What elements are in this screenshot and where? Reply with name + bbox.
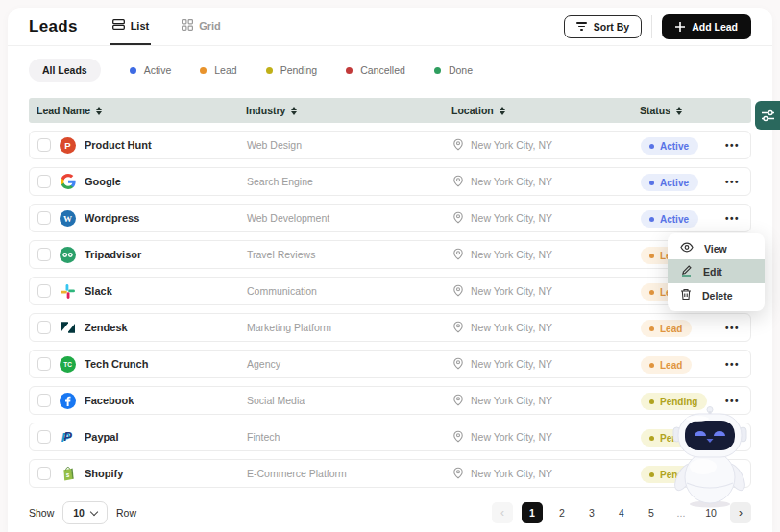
location-pin-icon: [452, 394, 464, 408]
status-dot: [649, 363, 654, 368]
zendesk-logo: [60, 320, 76, 336]
industry-cell: Social Media: [239, 395, 445, 406]
column-header-industry[interactable]: Industry: [238, 105, 444, 116]
lead-name-cell: sShopify: [30, 466, 239, 482]
page-title: Leads: [29, 17, 78, 36]
location-cell: New York City, NY: [445, 211, 633, 226]
location-pin-icon: [452, 138, 464, 153]
table-filter-button[interactable]: [755, 101, 780, 130]
menu-item-delete[interactable]: Delete: [668, 283, 765, 307]
lead-name: Facebook: [85, 395, 134, 406]
status-cell: Active: [633, 208, 725, 229]
tab-grid[interactable]: Grid: [180, 8, 223, 45]
status-cell: Lead: [633, 354, 725, 375]
row-actions-button[interactable]: •••: [725, 396, 751, 406]
lead-name-cell: Google: [30, 174, 239, 190]
row-actions-button[interactable]: •••: [725, 140, 751, 151]
page-1[interactable]: 1: [522, 502, 543, 523]
status-dot: [649, 217, 654, 222]
column-header-lead-name[interactable]: Lead Name: [29, 105, 238, 116]
tab-list[interactable]: List: [110, 8, 152, 45]
leads-panel: Leads ListGrid Sort By Add Lead All Lead…: [8, 8, 772, 532]
page-3[interactable]: 3: [581, 502, 602, 523]
filter-done[interactable]: Done: [434, 64, 473, 76]
lead-name: Wordpress: [85, 212, 139, 224]
page-4[interactable]: 4: [611, 502, 632, 523]
page-header: Leads ListGrid Sort By Add Lead: [8, 8, 772, 46]
sort-icon: [676, 107, 682, 115]
svg-text:P: P: [64, 140, 71, 151]
row-checkbox[interactable]: [37, 430, 51, 444]
header-divider: [651, 15, 652, 38]
row-actions-button[interactable]: •••: [725, 359, 751, 370]
location-pin-icon: [452, 211, 464, 226]
table-body: PProduct HuntWeb DesignNew York City, NY…: [29, 131, 751, 488]
industry-cell: Web Design: [239, 139, 445, 151]
status-cell: Active: [633, 135, 725, 156]
status-dot: [130, 67, 136, 74]
row-checkbox[interactable]: [37, 175, 51, 188]
row-checkbox[interactable]: [37, 321, 51, 334]
row-actions-button[interactable]: •••: [725, 323, 751, 333]
status-badge: Active: [641, 210, 698, 228]
page-10[interactable]: 10: [700, 502, 721, 523]
sort-funnel-icon: [576, 22, 587, 31]
lead-name-cell: PProduct Hunt: [30, 137, 239, 154]
show-label: Show: [29, 507, 54, 519]
filter-all-leads[interactable]: All Leads: [29, 59, 101, 82]
lead-name: Zendesk: [85, 322, 128, 333]
grid-icon: [182, 19, 193, 33]
industry-cell: E-Commerce Platform: [239, 468, 445, 479]
filter-lead[interactable]: Lead: [200, 64, 236, 76]
row-actions-button[interactable]: •••: [725, 432, 751, 443]
eye-icon: [680, 242, 694, 254]
row-checkbox[interactable]: [37, 211, 51, 225]
filter-pending[interactable]: Pending: [266, 64, 318, 76]
row-checkbox[interactable]: [37, 467, 51, 480]
status-dot: [346, 67, 353, 74]
row-actions-button[interactable]: •••: [725, 213, 751, 224]
prev-page-button[interactable]: ‹: [492, 502, 513, 523]
add-lead-button[interactable]: Add Lead: [662, 14, 751, 39]
location-pin-icon: [452, 430, 464, 445]
sliders-icon: [761, 109, 775, 122]
row-actions-button[interactable]: •••: [725, 469, 751, 479]
location-cell: New York City, NY: [445, 394, 633, 408]
location-cell: New York City, NY: [445, 357, 633, 372]
page-5[interactable]: 5: [641, 502, 662, 523]
industry-cell: Agency: [239, 358, 445, 370]
menu-item-view[interactable]: View: [668, 237, 765, 259]
status-cell: Active: [633, 172, 725, 192]
table-row: PProduct HuntWeb DesignNew York City, NY…: [29, 131, 751, 159]
status-dot: [649, 326, 654, 331]
row-checkbox[interactable]: [37, 284, 51, 298]
status-badge: Pending: [641, 429, 707, 447]
rows-per-page-select[interactable]: 10: [62, 501, 108, 524]
status-badge: Active: [641, 137, 698, 155]
lead-name-cell: PPPaypal: [30, 429, 239, 446]
row-context-menu: ViewEditDelete: [668, 233, 765, 311]
row-checkbox[interactable]: [37, 248, 51, 261]
view-tabs: ListGrid: [110, 8, 223, 45]
row-actions-button[interactable]: •••: [725, 177, 751, 187]
location-pin-icon: [452, 175, 464, 189]
paypal-logo: PP: [60, 429, 76, 446]
industry-cell: Communication: [239, 285, 445, 297]
column-header-location[interactable]: Location: [444, 105, 632, 116]
industry-cell: Travel Reviews: [239, 249, 445, 260]
menu-item-edit[interactable]: Edit: [668, 259, 765, 283]
pagination: ‹ 12345...10 ›: [492, 502, 751, 523]
wordpress-logo: W: [60, 210, 76, 227]
filter-active[interactable]: Active: [130, 64, 172, 76]
row-checkbox[interactable]: [37, 357, 51, 371]
row-checkbox[interactable]: [37, 394, 51, 407]
row-checkbox[interactable]: [37, 138, 51, 152]
column-header-status[interactable]: Status: [632, 105, 724, 116]
table-footer: Show 10 Row ‹ 12345...10 ›: [29, 501, 751, 524]
filter-cancelled[interactable]: Cancelled: [346, 64, 405, 76]
sort-by-button[interactable]: Sort By: [564, 15, 642, 38]
next-page-button[interactable]: ›: [730, 502, 751, 523]
page-2[interactable]: 2: [551, 502, 573, 523]
trash-icon: [680, 288, 692, 302]
status-dot: [649, 472, 654, 477]
